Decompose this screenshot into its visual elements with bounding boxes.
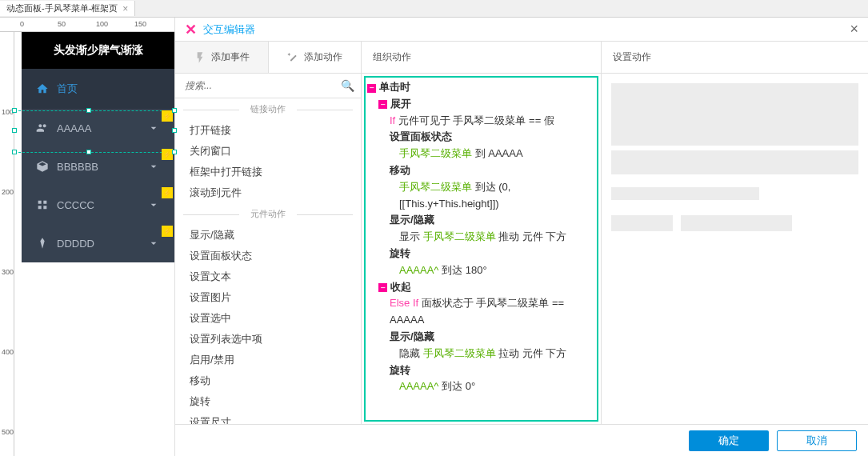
dialog-title: 交互编辑器	[203, 22, 255, 37]
tab-add-event[interactable]: 添加事件	[175, 42, 268, 73]
collapse-icon[interactable]: −	[378, 283, 387, 292]
menu-item-bbbbbb[interactable]: BBBBBB ⚡	[22, 147, 174, 186]
bolt-icon: ⚡	[162, 187, 173, 198]
interaction-editor-dialog: ✕ 交互编辑器 × 添加事件 添加动作 �	[174, 18, 868, 456]
canvas: 0 50 100 150 100 200 300 400 500 头发渐少脾气渐…	[0, 18, 174, 456]
wand-icon	[286, 51, 299, 64]
search-box: 🔍	[175, 74, 361, 98]
bolt-icon: ⚡	[162, 149, 173, 160]
action-item[interactable]: 滚动到元件	[175, 182, 361, 203]
bolt-icon: ⚡	[162, 110, 173, 122]
action-item[interactable]: 移动	[175, 370, 361, 391]
config-action-header: 设置动作	[602, 42, 868, 74]
cancel-button[interactable]: 取消	[777, 430, 857, 451]
action-tree[interactable]: −单击时 −展开 If 元件可见于 手风琴二级菜单 == 假 设置面板状态 手风…	[364, 76, 598, 422]
tab-add-action[interactable]: 添加动作	[268, 42, 362, 73]
chevron-down-icon	[147, 237, 160, 250]
users-icon	[36, 122, 49, 134]
chevron-down-icon	[147, 198, 160, 211]
ruler-vertical: 100 200 300 400 500	[0, 32, 14, 456]
bolt-icon: ⚡	[162, 226, 173, 237]
chevron-down-icon	[147, 160, 160, 173]
menu-title: 头发渐少脾气渐涨	[22, 32, 174, 69]
config-area	[602, 74, 868, 248]
tab-label: 动态面板-手风琴菜单-框架页	[6, 2, 118, 14]
action-item[interactable]: 设置文本	[175, 266, 361, 287]
organize-actions-header: 组织动作	[362, 42, 601, 74]
close-icon[interactable]: ×	[850, 21, 858, 38]
diamond-icon	[36, 237, 49, 250]
search-icon[interactable]: 🔍	[341, 79, 354, 92]
ruler-horizontal: 0 50 100 150	[0, 18, 174, 32]
action-item[interactable]: 设置列表选中项	[175, 329, 361, 350]
menu-item-home[interactable]: 首页	[22, 69, 174, 109]
cube-icon	[36, 160, 49, 173]
menu-item-ccccc[interactable]: CCCCC ⚡	[22, 186, 174, 224]
close-icon[interactable]: ×	[122, 3, 128, 14]
accordion-menu: 首页 AAAAA ⚡	[22, 69, 174, 262]
action-item[interactable]: 旋转	[175, 391, 361, 412]
action-item[interactable]: 设置尺寸	[175, 412, 361, 424]
search-input[interactable]	[182, 77, 341, 94]
lightning-icon	[194, 51, 206, 64]
group-label-widget: 元件动作	[175, 203, 361, 225]
chevron-down-icon	[147, 122, 160, 134]
menu-item-aaaaa[interactable]: AAAAA ⚡	[22, 109, 174, 147]
group-label-link: 链接动作	[175, 98, 361, 120]
ok-button[interactable]: 确定	[689, 430, 769, 451]
document-tab[interactable]: 动态面板-手风琴菜单-框架页 ×	[0, 1, 135, 16]
action-item[interactable]: 设置图片	[175, 287, 361, 308]
action-item[interactable]: 框架中打开链接	[175, 162, 361, 182]
top-tab-bar: 动态面板-手风琴菜单-框架页 ×	[0, 0, 868, 18]
action-item[interactable]: 打开链接	[175, 120, 361, 141]
grid-icon	[36, 198, 49, 211]
action-item[interactable]: 显示/隐藏	[175, 225, 361, 246]
action-item[interactable]: 设置选中	[175, 308, 361, 329]
action-item[interactable]: 设置面板状态	[175, 246, 361, 266]
home-icon	[36, 82, 49, 95]
menu-item-ddddd[interactable]: DDDDD ⚡	[22, 224, 174, 262]
collapse-icon[interactable]: −	[378, 100, 387, 109]
app-logo: ✕	[185, 21, 197, 38]
action-item[interactable]: 关闭窗口	[175, 141, 361, 162]
collapse-icon[interactable]: −	[367, 84, 376, 93]
action-item[interactable]: 启用/禁用	[175, 350, 361, 370]
